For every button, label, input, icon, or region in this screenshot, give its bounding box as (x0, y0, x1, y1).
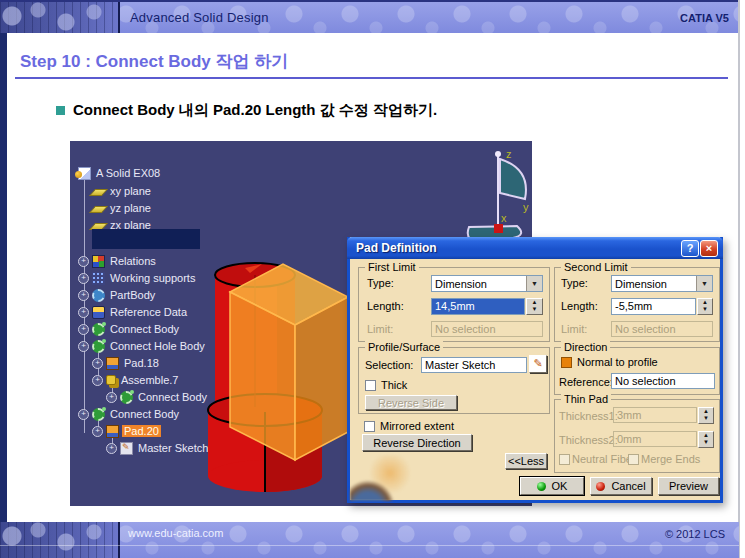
expand-icon[interactable]: + (78, 307, 89, 318)
expand-icon[interactable]: + (92, 426, 103, 437)
second-type-value: Dimension (615, 278, 667, 290)
expand-icon[interactable]: + (106, 392, 117, 403)
direction-group: Direction Normal to profile Reference: N… (554, 347, 720, 395)
normal-to-profile-checkbox[interactable] (561, 357, 572, 368)
pad-preview-box[interactable] (230, 264, 348, 460)
ok-status-icon (537, 482, 546, 491)
compass[interactable]: z y x (453, 145, 532, 245)
tree-item-connect-body[interactable]: +Connect Body (92, 321, 181, 337)
tree-item-label: Relations (108, 255, 158, 267)
tree-item-partbody[interactable]: +PartBody (92, 287, 157, 303)
compass-z-label: z (506, 148, 512, 160)
reference-label: Reference: (559, 376, 613, 388)
thick-checkbox[interactable] (365, 380, 376, 391)
tree-item-label: Pad.18 (122, 357, 161, 369)
tree-item-relations[interactable]: +Relations (92, 253, 158, 269)
preview-button[interactable]: Preview (658, 477, 719, 495)
right-border (738, 0, 740, 558)
length-label: Length: (367, 300, 404, 312)
less-button[interactable]: <<Less (505, 453, 547, 469)
first-type-dropdown[interactable]: Dimension ▼ (431, 275, 543, 292)
tree-item-pad-20[interactable]: +Pad.20 (106, 423, 161, 439)
selection-input[interactable]: Master Sketch (421, 357, 527, 373)
expand-icon[interactable]: + (78, 324, 89, 335)
tree-item-connect-body[interactable]: +Connect Body (92, 406, 181, 422)
tree-item-label: Connect Body (108, 323, 181, 335)
first-limit-group: First Limit Type: Dimension ▼ Length: 14… (358, 267, 550, 342)
limit-label: Limit: (367, 323, 393, 335)
merge-ends-checkbox (628, 454, 639, 465)
limit-label: Limit: (561, 323, 587, 335)
normal-to-profile-label: Normal to profile (577, 356, 658, 368)
body-icon (92, 323, 105, 336)
thick-label: Thick (381, 379, 407, 391)
close-icon[interactable]: × (700, 240, 718, 257)
compass-y-label: y (523, 201, 529, 213)
tree-item-redacted[interactable] (92, 231, 200, 247)
partbody-icon (92, 289, 105, 302)
part-icon (78, 167, 91, 180)
cancel-button[interactable]: Cancel (590, 477, 652, 495)
neutral-fiber-label: Neutral Fiber (572, 453, 636, 465)
thin-pad-group: Thin Pad Thickness1: 3mm ▲▼ Thickness2: … (554, 399, 720, 473)
tree-item-yz-plane[interactable]: yz plane (92, 200, 153, 216)
tree-item-a-solid-ex08[interactable]: A Solid EX08 (78, 165, 162, 181)
first-length-input[interactable]: 14,5mm (431, 298, 525, 315)
footer-url: www.edu-catia.com (128, 527, 223, 539)
thickness1-spinner: ▲▼ (698, 407, 714, 424)
header-bar: Advanced Solid Design CATIA V5 (0, 0, 739, 33)
plane-icon (89, 206, 108, 213)
first-length-spinner[interactable]: ▲▼ (526, 298, 543, 315)
dialog-titlebar[interactable]: Pad Definition ? × (347, 237, 723, 259)
cancel-status-icon (596, 482, 605, 491)
reverse-direction-button[interactable]: Reverse Direction (362, 434, 472, 451)
refdata-icon (92, 306, 105, 319)
tree-item-label: xy plane (108, 185, 153, 197)
tree-item-pad-18[interactable]: +Pad.18 (106, 355, 161, 371)
mirrored-extent-checkbox[interactable] (364, 421, 375, 432)
expand-icon[interactable]: + (78, 256, 89, 267)
second-limit-group: Second Limit Type: Dimension ▼ Length: -… (554, 267, 720, 342)
expand-icon[interactable]: + (78, 341, 89, 352)
mirrored-extent-label: Mirrored extent (380, 420, 454, 432)
profile-surface-group: Profile/Surface Selection: Master Sketch… (358, 347, 550, 414)
reference-input[interactable]: No selection (611, 373, 715, 389)
sketch-selector-icon[interactable]: ✎ (529, 355, 547, 373)
assemble-icon (106, 375, 116, 385)
compass-anchor[interactable] (494, 224, 503, 233)
chevron-down-icon[interactable]: ▼ (526, 276, 542, 291)
second-limit-input: No selection (611, 321, 713, 337)
relations-icon (92, 255, 105, 268)
first-limit-input: No selection (431, 321, 543, 337)
expand-icon[interactable]: + (78, 409, 89, 420)
chevron-down-icon[interactable]: ▼ (696, 276, 712, 291)
tree-item-assemble-7[interactable]: +Assemble.7 (106, 372, 180, 388)
tree-item-label: Assemble.7 (119, 374, 180, 386)
second-length-spinner[interactable]: ▲▼ (697, 298, 713, 315)
tree-item-xy-plane[interactable]: xy plane (92, 183, 153, 199)
direction-legend: Direction (561, 341, 610, 353)
pad-icon (106, 425, 119, 438)
second-length-input[interactable]: -5,5mm (611, 298, 696, 315)
slide: Advanced Solid Design CATIA V5 Step 10 :… (0, 0, 745, 558)
left-border (0, 33, 7, 522)
body-icon (120, 391, 133, 404)
thickness2-spinner: ▲▼ (698, 431, 714, 448)
tree-item-working-supports[interactable]: +Working supports (92, 270, 197, 286)
expand-icon[interactable]: + (92, 375, 103, 386)
expand-icon[interactable]: + (78, 290, 89, 301)
sketch-icon (120, 442, 133, 455)
help-icon[interactable]: ? (681, 240, 699, 257)
expand-icon[interactable]: + (92, 358, 103, 369)
footer-divider (118, 522, 120, 558)
second-type-dropdown[interactable]: Dimension ▼ (611, 275, 713, 292)
thickness2-label: Thickness2: (559, 434, 618, 446)
tree-item-label: Reference Data (108, 306, 189, 318)
tree-item-reference-data[interactable]: +Reference Data (92, 304, 189, 320)
title-underline (15, 77, 728, 79)
expand-icon[interactable]: + (78, 273, 89, 284)
ok-button[interactable]: OK (520, 477, 584, 495)
expand-icon[interactable]: + (106, 443, 117, 454)
compass-top-dot (495, 151, 501, 157)
tree-item-label: Pad.20 (122, 425, 161, 437)
